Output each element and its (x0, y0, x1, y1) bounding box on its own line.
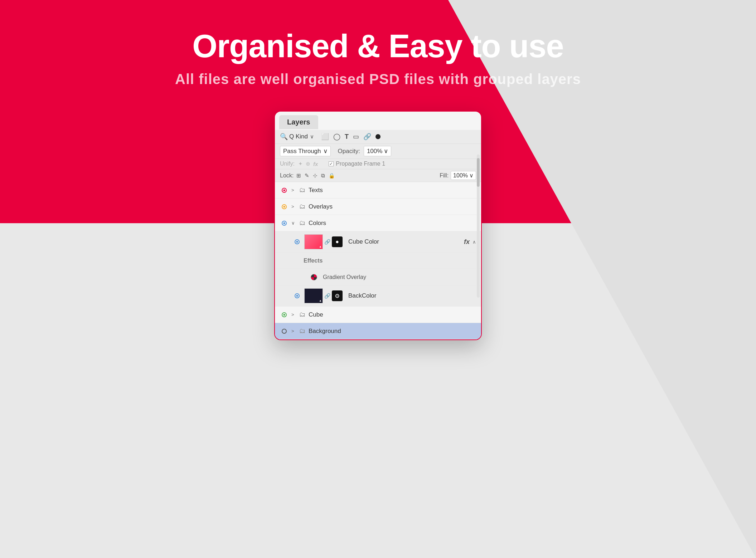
opacity-value-text: 100% (367, 148, 382, 155)
link-icon-cube-color: 🔗 (324, 239, 330, 245)
eye-dot-cube-color (295, 239, 300, 244)
link-icon-backcolor: 🔗 (324, 293, 330, 299)
chevron-cube[interactable]: > (291, 312, 296, 317)
layer-name-cube-color: Cube Color (348, 238, 461, 245)
fill-input[interactable]: 100% ∨ (451, 171, 476, 180)
smart-object-backcolor: ⚙ (332, 290, 343, 301)
kind-label: Q Kind (289, 133, 308, 140)
unify-label: Unify: (280, 161, 295, 167)
folder-icon-colors: 🗂 (299, 219, 306, 227)
layer-row-backcolor[interactable]: 🔗 ⚙ BackColor (275, 285, 481, 307)
lock-icon-grid[interactable]: ⊞ (296, 172, 301, 179)
panel-tab-label: Layers (279, 115, 318, 130)
lock-label: Lock: (280, 172, 294, 179)
thumb-area-cube-color: 🔗 ● (304, 234, 343, 249)
fx-label-cube-color: fx (464, 238, 470, 246)
blend-mode-arrow: ∨ (323, 147, 328, 155)
sub-title: All files are well organised PSD files w… (0, 71, 756, 87)
eye-icon-texts[interactable] (280, 186, 289, 195)
layer-row-texts[interactable]: > 🗂 Texts (275, 182, 481, 199)
unify-icon-3[interactable]: fx (313, 161, 318, 167)
propagate-checkbox[interactable]: ✓ (329, 161, 334, 166)
layer-name-cube: Cube (309, 311, 476, 318)
opacity-input[interactable]: 100% ∨ (364, 146, 391, 156)
layers-panel: Layers 🔍 Q Kind ∨ ⬜ ◯ T ▭ 🔗 Pass Through… (274, 111, 482, 340)
propagate-area[interactable]: ✓ Propagate Frame 1 (329, 161, 385, 167)
gradient-icon (311, 274, 317, 280)
eye-icon-backcolor[interactable] (293, 292, 301, 300)
thumb-area-backcolor: 🔗 ⚙ (304, 288, 343, 303)
layer-row-cube-color[interactable]: 🔗 ● Cube Color fx ∧ (275, 231, 481, 253)
folder-icon-overlays: 🗂 (299, 203, 306, 210)
toolbar-icon-rect[interactable]: ▭ (353, 133, 359, 141)
eye-dot-texts (282, 188, 287, 193)
opacity-arrow: ∨ (384, 147, 388, 155)
lock-icon-crop[interactable]: ⧉ (321, 172, 325, 179)
chevron-background[interactable]: > (291, 328, 296, 334)
layer-row-cube[interactable]: > 🗂 Cube (275, 307, 481, 323)
toolbar-icon-dot[interactable] (375, 134, 381, 139)
toolbar-icon-link[interactable]: 🔗 (363, 133, 371, 141)
eye-dot-backcolor (295, 293, 300, 298)
layer-name-backcolor: BackColor (348, 292, 476, 299)
folder-icon-cube: 🗂 (299, 311, 306, 318)
smart-object-cube-color: ● (332, 236, 343, 247)
opacity-label: Opacity: (338, 148, 360, 155)
folder-icon-background: 🗂 (299, 327, 306, 335)
layer-row-effects-header: Effects (275, 253, 481, 269)
fill-value-text: 100% (453, 172, 468, 179)
toolbar-icon-image[interactable]: ⬜ (321, 133, 329, 141)
search-icon: 🔍 (280, 133, 288, 141)
header-section: Organised & Easy to use All files are we… (0, 0, 756, 87)
layer-row-colors[interactable]: ∨ 🗂 Colors (275, 215, 481, 231)
lock-icon-lock[interactable]: 🔒 (329, 173, 335, 178)
main-title: Organised & Easy to use (0, 29, 756, 64)
unify-row: Unify: ✦ ⊕ fx ✓ Propagate Frame 1 (275, 159, 481, 169)
eye-icon-cube[interactable] (280, 310, 289, 319)
lock-icon-pencil[interactable]: ✎ (305, 172, 309, 179)
fill-label-area: Fill: 100% ∨ (440, 171, 476, 180)
unify-icons: ✦ ⊕ fx (298, 161, 318, 167)
scrollbar-thumb[interactable] (477, 158, 480, 187)
toolbar-row: 🔍 Q Kind ∨ ⬜ ◯ T ▭ 🔗 (275, 130, 481, 144)
effects-label: Effects (304, 258, 323, 264)
chevron-overlays[interactable]: > (291, 204, 296, 209)
eye-icon-colors[interactable] (280, 219, 289, 227)
eye-icon-overlays[interactable] (280, 202, 289, 211)
expand-cube-color[interactable]: ∧ (472, 239, 476, 245)
layer-name-background: Background (309, 328, 476, 335)
toolbar-icon-text[interactable]: T (345, 133, 349, 141)
blend-mode-value: Pass Through (283, 148, 321, 155)
layer-row-gradient-overlay[interactable]: Gradient Overlay (275, 269, 481, 285)
fill-label-text: Fill: (440, 172, 449, 179)
unify-icon-2[interactable]: ⊕ (306, 161, 310, 167)
layer-row-overlays[interactable]: > 🗂 Overlays (275, 199, 481, 215)
fill-arrow: ∨ (469, 172, 474, 179)
blend-row: Pass Through ∨ Opacity: 100% ∨ (275, 144, 481, 159)
lock-icons: ⊞ ✎ ⊹ ⧉ 🔒 (296, 172, 335, 179)
thumbnail-backcolor (304, 288, 323, 303)
kind-dropdown-arrow: ∨ (310, 133, 314, 140)
layer-name-texts: Texts (309, 187, 476, 194)
thumbnail-cube-color (304, 234, 323, 249)
scrollbar[interactable] (477, 155, 480, 298)
eye-icon-cube-color[interactable] (293, 238, 301, 246)
chevron-colors[interactable]: ∨ (291, 220, 296, 226)
unify-icon-1[interactable]: ✦ (298, 161, 303, 167)
chevron-texts[interactable]: > (291, 187, 296, 193)
folder-icon-texts: 🗂 (299, 186, 306, 194)
lock-row: Lock: ⊞ ✎ ⊹ ⧉ 🔒 Fill: 100% ∨ (275, 169, 481, 182)
toolbar-icons: ⬜ ◯ T ▭ 🔗 (321, 133, 381, 141)
eye-dot-cube (282, 312, 287, 317)
blend-mode-dropdown[interactable]: Pass Through ∨ (280, 146, 331, 156)
propagate-label: Propagate Frame 1 (336, 161, 385, 167)
layer-name-colors: Colors (309, 220, 476, 227)
panel-tab[interactable]: Layers (275, 112, 481, 130)
eye-icon-background[interactable] (280, 327, 289, 336)
lock-icon-move[interactable]: ⊹ (313, 172, 318, 179)
layer-row-background[interactable]: > 🗂 Background (275, 323, 481, 339)
search-area[interactable]: 🔍 Q Kind ∨ (280, 133, 314, 141)
layer-name-overlays: Overlays (309, 203, 476, 210)
toolbar-icon-circle[interactable]: ◯ (333, 133, 340, 141)
gradient-overlay-label: Gradient Overlay (323, 274, 366, 280)
